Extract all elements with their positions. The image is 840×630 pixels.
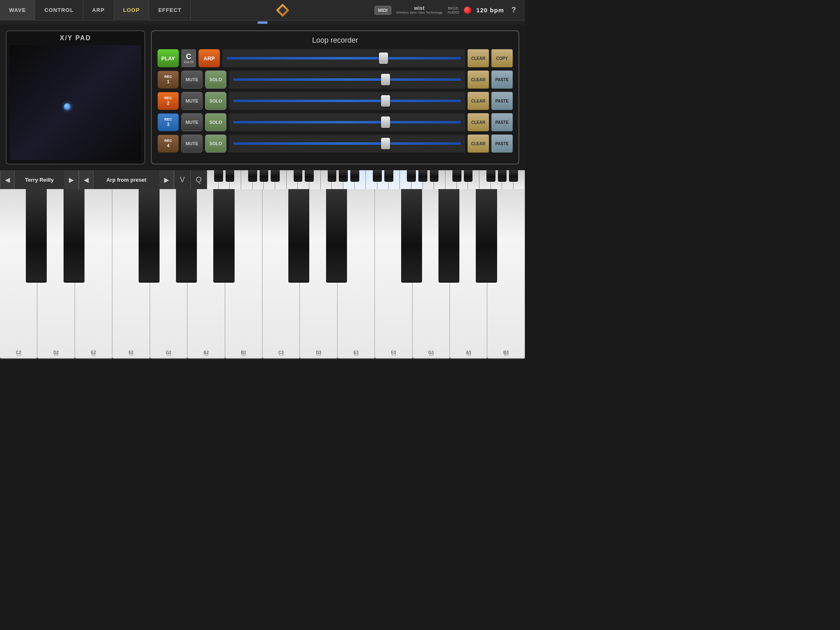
black-key-G#2[interactable] bbox=[176, 189, 197, 283]
bkgd-area: BKGD AUDIO bbox=[447, 6, 459, 14]
help-button[interactable]: ? bbox=[509, 6, 518, 14]
play-button[interactable]: PLAY bbox=[158, 49, 179, 67]
loop-recorder-row-play: PLAY C Dia M ARP CLEAR COPY bbox=[158, 49, 513, 68]
mini-black-key-9[interactable] bbox=[305, 170, 314, 182]
black-key-G#3[interactable] bbox=[438, 189, 459, 283]
slider-thumb-2[interactable] bbox=[381, 95, 390, 107]
mini-black-key-11[interactable] bbox=[328, 170, 337, 182]
clear-button-0[interactable]: CLEAR bbox=[468, 49, 489, 67]
solo-3-button[interactable]: SOLO bbox=[205, 113, 226, 131]
mini-black-key-13[interactable] bbox=[350, 170, 359, 182]
rec2-volume-slider[interactable] bbox=[229, 92, 465, 110]
clear-button-4[interactable]: CLEAR bbox=[468, 135, 489, 153]
mute-2-button[interactable]: MUTE bbox=[181, 92, 203, 110]
midi-button[interactable]: MIDI bbox=[374, 6, 391, 15]
mute-1-button[interactable]: MUTE bbox=[181, 71, 203, 89]
mini-black-key-12[interactable] bbox=[339, 170, 348, 182]
paste-button-4[interactable]: PASTE bbox=[491, 135, 513, 153]
mute-4-button[interactable]: MUTE bbox=[181, 135, 203, 153]
mini-black-key-16[interactable] bbox=[384, 170, 393, 182]
mini-black-key-15[interactable] bbox=[373, 170, 382, 182]
slider-thumb-4[interactable] bbox=[381, 138, 390, 149]
rec-3-button[interactable]: REC 3 bbox=[158, 113, 179, 131]
mini-black-key-22[interactable] bbox=[452, 170, 461, 182]
xy-pad[interactable] bbox=[10, 45, 141, 160]
black-key-C#2[interactable] bbox=[26, 189, 47, 283]
mini-black-key-26[interactable] bbox=[498, 170, 507, 182]
mini-black-key-4[interactable] bbox=[248, 170, 257, 182]
preset-navigator: ◀ Terry Reilly ▶ bbox=[0, 171, 79, 189]
rec-1-button[interactable]: REC 1 bbox=[158, 71, 179, 89]
slider-thumb[interactable] bbox=[379, 52, 388, 64]
mini-black-key-1[interactable] bbox=[214, 170, 223, 182]
velocity-button[interactable]: V bbox=[174, 170, 190, 189]
slider-track-2 bbox=[233, 100, 461, 102]
black-key-A#3[interactable] bbox=[476, 189, 497, 283]
black-key-D#3[interactable] bbox=[326, 189, 347, 283]
rec-2-button[interactable]: REC 2 bbox=[158, 92, 179, 110]
slider-thumb-1[interactable] bbox=[381, 74, 390, 85]
mute-3-button[interactable]: MUTE bbox=[181, 113, 203, 131]
loop-recorder-row-3: REC 3 MUTE SOLO CLEAR PASTE bbox=[158, 113, 513, 132]
piano-keyboard[interactable]: C2D2E2F2G2A2B2C3D3E3F3G3A3B3 C2D2E2F2G2A… bbox=[0, 189, 525, 359]
tab-loop[interactable]: LOOP bbox=[114, 0, 149, 21]
mini-keyboard-area bbox=[207, 170, 525, 189]
arp-name: Arp from preset bbox=[94, 170, 159, 189]
prev-arp-button[interactable]: ◀ bbox=[79, 170, 94, 189]
mini-black-key-25[interactable] bbox=[486, 170, 495, 182]
clear-button-1[interactable]: CLEAR bbox=[468, 71, 489, 89]
mini-black-key-6[interactable] bbox=[271, 170, 280, 182]
prev-preset-button[interactable]: ◀ bbox=[0, 170, 15, 189]
mini-black-key-20[interactable] bbox=[430, 170, 439, 182]
xy-cursor[interactable] bbox=[64, 103, 71, 110]
bkgd-label: BKGD bbox=[448, 6, 459, 10]
rec4-volume-slider[interactable] bbox=[229, 135, 465, 153]
black-key-A#2[interactable] bbox=[213, 189, 234, 283]
rec1-volume-slider[interactable] bbox=[229, 71, 465, 89]
paste-button-3[interactable]: PASTE bbox=[491, 113, 513, 131]
note-value: C bbox=[186, 53, 192, 60]
paste-button-1[interactable]: PASTE bbox=[491, 71, 513, 89]
wist-label: wist bbox=[414, 5, 425, 11]
mini-black-key-8[interactable] bbox=[294, 170, 303, 182]
mini-black-key-2[interactable] bbox=[226, 170, 235, 182]
solo-4-button[interactable]: SOLO bbox=[205, 135, 226, 153]
loop-recorder-row-1: REC 1 MUTE SOLO CLEAR PASTE bbox=[158, 70, 513, 89]
right-controls: MIDI wist Wireless Sync-Start Technology… bbox=[374, 5, 525, 15]
record-button[interactable] bbox=[464, 7, 471, 14]
xy-pad-container: X/Y PAD bbox=[6, 30, 145, 164]
main-content: X/Y PAD Addictive Synth Loop recorder PL… bbox=[0, 25, 525, 170]
slider-track-3 bbox=[233, 121, 461, 123]
tab-arp[interactable]: ARP bbox=[83, 0, 114, 21]
arp-navigator: ◀ Arp from preset ▶ bbox=[79, 171, 174, 189]
tab-effect[interactable]: EFFECT bbox=[149, 0, 191, 21]
black-key-F#2[interactable] bbox=[139, 189, 160, 283]
tab-control[interactable]: CONTROL bbox=[35, 0, 83, 21]
slider-thumb-3[interactable] bbox=[381, 116, 390, 128]
mini-keyboard[interactable] bbox=[207, 170, 525, 189]
clear-button-3[interactable]: CLEAR bbox=[468, 113, 489, 131]
rec3-volume-slider[interactable] bbox=[229, 113, 465, 131]
mini-black-key-18[interactable] bbox=[407, 170, 416, 182]
tab-wave[interactable]: WAVE bbox=[0, 0, 35, 21]
mini-black-key-19[interactable] bbox=[418, 170, 427, 182]
black-key-F#3[interactable] bbox=[401, 189, 422, 283]
copy-button-0[interactable]: COPY bbox=[491, 49, 513, 67]
next-arp-button[interactable]: ▶ bbox=[159, 170, 174, 189]
quantize-button[interactable]: Q bbox=[190, 170, 207, 189]
mini-black-key-5[interactable] bbox=[260, 170, 269, 182]
loop-recorder-title: Loop recorder bbox=[158, 36, 513, 45]
mini-black-key-23[interactable] bbox=[464, 170, 473, 182]
master-volume-slider[interactable] bbox=[222, 49, 465, 67]
solo-2-button[interactable]: SOLO bbox=[205, 92, 226, 110]
solo-1-button[interactable]: SOLO bbox=[205, 71, 226, 89]
rec-4-button[interactable]: REC 4 bbox=[158, 135, 179, 153]
mini-black-key-27[interactable] bbox=[509, 170, 518, 182]
clear-button-2[interactable]: CLEAR bbox=[468, 92, 489, 110]
next-preset-button[interactable]: ▶ bbox=[64, 170, 79, 189]
black-key-C#3[interactable] bbox=[288, 189, 309, 283]
paste-button-2[interactable]: PASTE bbox=[491, 92, 513, 110]
black-key-D#2[interactable] bbox=[64, 189, 84, 283]
arp-button[interactable]: ARP bbox=[199, 49, 220, 67]
bpm-display[interactable]: 120 bpm bbox=[476, 7, 504, 14]
